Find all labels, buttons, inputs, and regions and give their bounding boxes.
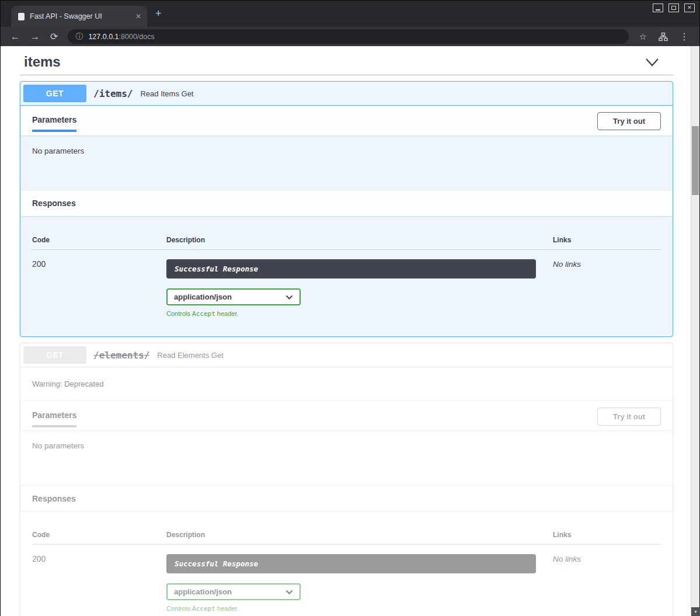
response-code: 200 — [32, 259, 46, 269]
endpoint-path: /items/ — [93, 88, 133, 99]
response-description-box: Successful Response — [166, 554, 536, 573]
browser-menu-icon[interactable]: ⋮ — [674, 31, 695, 42]
responses-table: Code Description Links 200 Successful Re… — [20, 511, 673, 616]
col-links: Links — [553, 531, 661, 539]
responses-title: Responses — [32, 199, 76, 208]
endpoint-path: /elements/ — [93, 350, 149, 361]
responses-header: Responses — [20, 485, 673, 511]
response-description-box: Successful Response — [166, 259, 536, 279]
minimize-button[interactable] — [653, 4, 663, 12]
try-it-out-button[interactable]: Try it out — [597, 112, 661, 130]
response-code: 200 — [32, 554, 46, 563]
chevron-down-icon — [285, 295, 293, 300]
url-bar[interactable]: ⓘ 127.0.0.1:8000/docs — [68, 29, 628, 44]
url-path: :8000/docs — [119, 33, 155, 41]
scrollbar-thumb[interactable] — [692, 126, 699, 195]
parameters-tab: Parameters — [32, 115, 76, 132]
response-row-200: 200 Successful Response application/json — [32, 250, 661, 318]
responses-header: Responses — [20, 190, 673, 216]
col-links: Links — [553, 236, 661, 244]
swagger-ui: items GET /items/ Read Items Get Paramet… — [20, 46, 673, 616]
responses-table: Code Description Links 200 Successful Re… — [20, 216, 673, 336]
try-it-out-button[interactable]: Try it out — [597, 408, 661, 426]
tab-close-icon[interactable]: ✕ — [135, 12, 141, 20]
forward-icon[interactable]: → — [25, 32, 45, 42]
opblock-summary-items[interactable]: GET /items/ Read Items Get — [20, 82, 673, 106]
col-code: Code — [32, 531, 166, 539]
method-badge: GET — [23, 346, 86, 364]
scroll-down-button[interactable]: ▼ — [691, 607, 700, 616]
section-title: items — [24, 54, 61, 70]
reload-icon[interactable]: ⟳ — [45, 31, 63, 42]
parameters-body: No parameters — [20, 135, 673, 190]
sitemap-icon[interactable] — [653, 32, 674, 41]
browser-window: Fast API - Swagger UI ✕ + ✕ ← → ⟳ ⓘ 127.… — [0, 0, 700, 616]
col-description: Description — [166, 236, 553, 244]
endpoint-summary: Read Items Get — [140, 89, 193, 98]
method-badge: GET — [23, 85, 86, 102]
tag-section-items[interactable]: items — [20, 46, 673, 75]
opblock-get-items: GET /items/ Read Items Get Parameters Tr… — [20, 81, 673, 337]
col-description: Description — [166, 531, 553, 539]
media-type-value: application/json — [174, 587, 232, 596]
deprecated-warning: Warning: Deprecated — [20, 367, 673, 401]
back-icon[interactable]: ← — [5, 32, 25, 42]
collapse-chevron-icon[interactable] — [645, 58, 659, 67]
chevron-down-icon — [285, 590, 293, 594]
responses-table-header: Code Description Links — [32, 520, 661, 545]
window-controls: ✕ — [653, 4, 695, 12]
no-links-text: No links — [553, 555, 581, 563]
responses-title: Responses — [32, 494, 76, 503]
parameters-header: Parameters Try it out — [20, 106, 673, 135]
browser-titlebar: Fast API - Swagger UI ✕ + ✕ — [1, 1, 699, 27]
no-parameters-text: No parameters — [32, 441, 84, 450]
tab-title: Fast API - Swagger UI — [30, 12, 132, 20]
browser-toolbar: ← → ⟳ ⓘ 127.0.0.1:8000/docs ☆ ⋮ — [1, 27, 699, 46]
page-content: items GET /items/ Read Items Get Paramet… — [1, 46, 699, 616]
no-parameters-text: No parameters — [32, 147, 84, 155]
opblock-summary-elements[interactable]: GET /elements/ Read Elements Get — [20, 343, 673, 367]
opblock-get-elements-deprecated: GET /elements/ Read Elements Get Warning… — [20, 343, 673, 616]
maximize-icon — [671, 6, 676, 10]
page-info-icon[interactable]: ⓘ — [75, 32, 83, 42]
media-type-select[interactable]: application/json — [166, 583, 301, 600]
controls-accept-note: Controls Accept header. — [166, 605, 553, 612]
parameters-tab: Parameters — [32, 410, 76, 427]
new-tab-button[interactable]: + — [155, 8, 162, 20]
media-type-select[interactable]: application/json — [166, 288, 301, 305]
parameters-header: Parameters Try it out — [20, 401, 673, 430]
response-row-200: 200 Successful Response application/json — [32, 545, 661, 612]
media-type-value: application/json — [174, 293, 232, 301]
endpoint-summary: Read Elements Get — [157, 351, 223, 360]
close-button[interactable]: ✕ — [684, 4, 695, 12]
url-host: 127.0.0.1 — [88, 33, 119, 41]
controls-accept-note: Controls Accept header. — [166, 310, 553, 318]
col-code: Code — [32, 236, 166, 244]
parameters-body: No parameters — [20, 430, 673, 485]
bookmark-star-icon[interactable]: ☆ — [633, 32, 653, 42]
page-favicon-icon — [18, 13, 25, 20]
vertical-scrollbar[interactable]: ▼ — [691, 46, 699, 616]
minimize-icon — [656, 9, 660, 11]
maximize-button[interactable] — [668, 4, 679, 12]
responses-table-header: Code Description Links — [32, 225, 661, 250]
no-links-text: No links — [553, 260, 581, 269]
browser-tab[interactable]: Fast API - Swagger UI ✕ — [11, 6, 147, 27]
